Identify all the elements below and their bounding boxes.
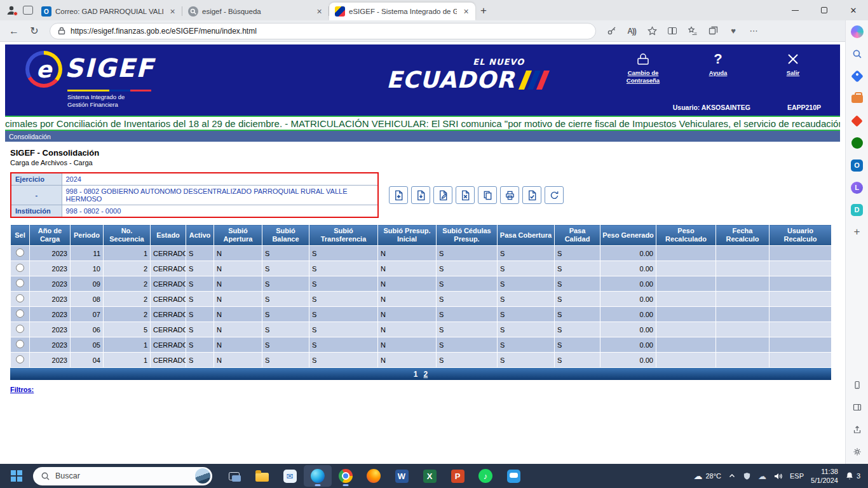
- row-select-radio[interactable]: [16, 279, 24, 287]
- filters-link[interactable]: Filtros:: [10, 386, 34, 393]
- designer-sidebar-icon[interactable]: D: [850, 203, 864, 217]
- grid-cell: S: [498, 261, 555, 276]
- grid-cell: S: [309, 276, 378, 292]
- search-sidebar-icon[interactable]: [850, 47, 864, 61]
- chat-taskbar-icon[interactable]: [499, 465, 527, 487]
- grid-cell: S: [262, 353, 309, 368]
- page-number-link[interactable]: 2: [424, 370, 428, 379]
- onedrive-icon[interactable]: ☁: [758, 471, 766, 481]
- approve-button[interactable]: [522, 186, 541, 204]
- travel-sidebar-icon[interactable]: [850, 92, 864, 105]
- refresh-search-button[interactable]: [545, 186, 564, 204]
- close-button[interactable]: ✕: [839, 0, 868, 20]
- row-select-radio[interactable]: [16, 248, 24, 257]
- tab-mail[interactable]: O Correo: GAD PARROQUIAL VALLE ×: [36, 3, 182, 20]
- tab-search[interactable]: esigef - Búsqueda ×: [182, 3, 329, 20]
- minimize-button[interactable]: [780, 0, 810, 20]
- weather-widget[interactable]: ☁ 28°C: [693, 471, 721, 481]
- edge-taskbar-icon[interactable]: [304, 465, 332, 487]
- collections-icon[interactable]: [704, 22, 722, 40]
- tab-esigef-active[interactable]: eSIGEF - Sistema Integrado de G ×: [329, 3, 475, 20]
- ecuador-logo-main: ECUADOR: [386, 67, 515, 93]
- grid-cell: S: [309, 261, 378, 276]
- grid-cell: [716, 246, 770, 261]
- row-select-radio[interactable]: [16, 309, 24, 318]
- grid-cell-select: [11, 322, 30, 337]
- tab-close-icon[interactable]: ×: [167, 6, 178, 17]
- row-select-radio[interactable]: [16, 340, 24, 348]
- shopping-sidebar-icon[interactable]: [850, 69, 864, 83]
- volume-icon[interactable]: [773, 471, 783, 481]
- tab-close-icon[interactable]: ×: [314, 6, 325, 17]
- excel-taskbar-icon[interactable]: X: [416, 465, 444, 487]
- address-bar[interactable]: https://esigef.finanzas.gob.ec/eSIGEF/me…: [50, 23, 596, 39]
- split-screen-icon[interactable]: [663, 22, 681, 40]
- favorites-icon[interactable]: [684, 22, 702, 40]
- grid-cell: 2: [104, 261, 151, 276]
- firefox-taskbar-icon[interactable]: [360, 465, 388, 487]
- add-sidebar-icon[interactable]: +: [850, 225, 864, 239]
- grid-cell: S: [186, 337, 214, 353]
- task-view-taskbar-icon[interactable]: [220, 465, 248, 487]
- edge-sidebar: OLD+: [845, 20, 868, 464]
- row-select-radio[interactable]: [16, 325, 24, 333]
- windows-logo-icon: [11, 470, 22, 482]
- new-file-button[interactable]: [389, 186, 408, 204]
- settings-sidebar-icon[interactable]: [850, 445, 864, 459]
- panel-sidebar-icon[interactable]: [850, 400, 864, 414]
- browser-profile-icon[interactable]: [5, 4, 18, 17]
- grid-cell: N: [214, 307, 262, 322]
- share-sidebar-icon[interactable]: [850, 423, 864, 437]
- help-button[interactable]: ? Ayuda: [689, 51, 747, 85]
- change-password-button[interactable]: Cambio de Contraseña: [614, 51, 672, 85]
- taskbar-search[interactable]: Buscar: [33, 467, 212, 485]
- row-select-radio[interactable]: [16, 294, 24, 302]
- outlook-sidebar-icon[interactable]: O: [850, 158, 864, 172]
- grid-cell: S: [498, 322, 555, 337]
- maximize-button[interactable]: [810, 0, 839, 20]
- grid-cell: 2023: [30, 246, 71, 261]
- microsoft-365-sidebar-icon[interactable]: [850, 114, 864, 128]
- taskbar-clock[interactable]: 11:38 5/1/2024: [811, 467, 838, 485]
- read-aloud-icon[interactable]: A)): [623, 22, 641, 40]
- copilot-sidebar-icon[interactable]: [850, 25, 864, 39]
- delete-file-button[interactable]: [456, 186, 475, 204]
- grid-cell: N: [378, 246, 437, 261]
- workspaces-icon[interactable]: [23, 6, 33, 15]
- edit-file-button[interactable]: [433, 186, 452, 204]
- grid-col-header: Periodo: [71, 225, 104, 246]
- logout-button[interactable]: Salir: [764, 51, 822, 85]
- new-tab-button[interactable]: +: [475, 3, 492, 19]
- grid-cell: N: [214, 337, 262, 353]
- security-shield-icon[interactable]: [743, 472, 751, 480]
- flag-stripes: [67, 90, 151, 92]
- grid-cell: S: [555, 292, 600, 307]
- print-button[interactable]: [500, 186, 519, 204]
- browser-essentials-icon[interactable]: ♥: [724, 22, 742, 40]
- password-key-icon[interactable]: [602, 22, 620, 40]
- pagination-bar: 1 2: [10, 368, 831, 380]
- save-file-button[interactable]: [411, 186, 430, 204]
- hidden-icons-caret[interactable]: [728, 472, 736, 480]
- back-button[interactable]: ←: [5, 22, 23, 40]
- mail-taskbar-icon[interactable]: ✉: [276, 465, 304, 487]
- phone-sidebar-icon[interactable]: [850, 378, 864, 392]
- chrome-taskbar-icon[interactable]: [332, 465, 360, 487]
- row-select-radio[interactable]: [16, 264, 24, 272]
- copy-file-button[interactable]: [478, 186, 497, 204]
- settings-more-icon[interactable]: ⋯: [745, 22, 763, 40]
- spotify-taskbar-icon[interactable]: ♪: [471, 465, 499, 487]
- games-sidebar-icon[interactable]: [850, 136, 864, 150]
- language-indicator[interactable]: ESP: [790, 472, 804, 480]
- loop-sidebar-icon[interactable]: L: [850, 180, 864, 194]
- file-explorer-taskbar-icon[interactable]: [248, 465, 276, 487]
- start-button[interactable]: [5, 465, 28, 487]
- notification-center[interactable]: 3: [845, 471, 863, 480]
- word-taskbar-icon[interactable]: W: [388, 465, 416, 487]
- add-favorite-star-icon[interactable]: [643, 22, 661, 40]
- grid-row: 2023072CERRADOSNSSNSSS0.00: [11, 307, 832, 322]
- row-select-radio[interactable]: [16, 355, 24, 363]
- tab-close-icon[interactable]: ×: [461, 6, 471, 17]
- refresh-button[interactable]: ↻: [25, 22, 43, 40]
- powerpoint-taskbar-icon[interactable]: P: [444, 465, 471, 487]
